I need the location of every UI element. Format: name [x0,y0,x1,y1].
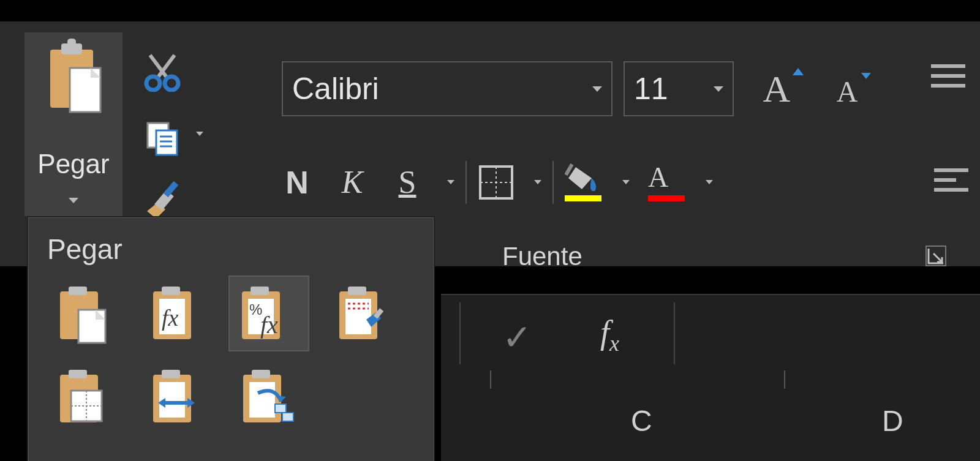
font-name-value: Calibri [292,71,592,107]
paintbrush-icon [141,178,184,220]
clipboard-fx-icon: fx [149,283,202,344]
letter-a-small-icon: A [837,75,858,108]
clipboard-paste-icon [44,39,105,121]
svg-rect-26 [78,310,105,343]
decrease-font-size-button[interactable]: A [820,69,875,113]
svg-point-7 [146,77,160,90]
svg-text:fx: fx [260,311,278,339]
cut-button[interactable] [132,46,193,95]
svg-rect-59 [275,404,286,413]
svg-rect-33 [251,287,269,295]
svg-rect-38 [348,287,366,295]
paste-option-keep-source-formatting[interactable] [323,277,401,350]
align-top-button[interactable] [931,64,965,94]
paste-option-transpose[interactable] [230,360,308,433]
clipboard-icon [56,283,109,344]
fill-color-button[interactable] [565,163,609,201]
paste-option-no-borders[interactable] [43,360,122,433]
font-color-dropdown-caret-icon[interactable] [706,180,713,184]
svg-rect-29 [162,287,180,295]
chevron-down-icon [714,86,723,92]
paste-menu-title: Pegar [29,218,433,272]
borders-icon [478,164,514,201]
paint-bucket-icon [565,163,603,194]
copy-dropdown-caret-icon[interactable] [196,132,203,136]
insert-function-button[interactable]: fx [600,313,619,356]
clipboard-width-icon [149,366,202,427]
increase-font-size-button[interactable]: A [746,64,807,113]
svg-rect-25 [69,287,87,295]
font-color-swatch [648,195,685,201]
triangle-up-icon [793,68,804,75]
copy-button[interactable] [132,113,193,162]
copy-icon [144,119,181,156]
clipboard-no-border-icon [56,366,109,427]
column-header-c[interactable]: C [631,404,652,438]
svg-rect-50 [162,370,180,378]
svg-marker-20 [568,167,592,189]
clipboard-percent-fx-icon: % fx [238,283,300,344]
underline-button[interactable]: S [380,158,435,207]
svg-text:fx: fx [162,305,179,331]
font-size-combobox[interactable]: 11 [624,61,734,116]
separator [552,161,554,204]
fill-color-dropdown-caret-icon[interactable] [622,180,630,184]
font-name-combobox[interactable]: Calibri [282,61,612,116]
font-color-button[interactable]: A [648,163,692,201]
scissors-icon [141,49,184,92]
borders-button[interactable] [478,164,521,201]
svg-rect-2 [67,39,76,46]
underline-dropdown-caret-icon[interactable] [447,180,454,184]
font-size-value: 11 [634,71,714,107]
italic-button[interactable]: K [325,158,380,207]
paste-label: Pegar [24,149,123,179]
svg-rect-10 [156,130,177,155]
svg-point-8 [165,77,178,90]
triangle-down-icon [861,73,871,79]
svg-rect-60 [282,413,293,421]
enter-check-icon[interactable]: ✓ [502,317,532,358]
paste-options-menu: Pegar fx % fx [28,217,434,461]
paste-option-formulas[interactable]: fx [137,277,215,350]
clipboard-transpose-icon [239,366,298,427]
fill-color-swatch [565,195,601,201]
dialog-launcher-icon [925,245,947,267]
paste-option-keep-column-widths[interactable] [137,360,215,433]
format-painter-button[interactable] [132,174,193,223]
chevron-down-icon [592,86,602,92]
column-header-d[interactable]: D [882,404,903,438]
clipboard-brush-icon [336,283,388,344]
paste-dropdown-caret-icon[interactable] [69,198,78,203]
separator [466,161,467,204]
svg-rect-57 [249,382,275,418]
font-group-label: Fuente [502,242,582,271]
column-headers: C D [441,370,980,461]
svg-rect-45 [69,370,87,378]
paste-option-all[interactable] [43,277,122,350]
align-left-button[interactable] [934,168,968,198]
letter-a-large-icon: A [763,67,791,111]
letter-a-icon: A [648,163,692,192]
borders-dropdown-caret-icon[interactable] [534,180,541,184]
paste-split-button[interactable]: Pegar [24,32,123,216]
svg-rect-56 [252,370,270,378]
svg-line-22 [933,253,942,262]
font-format-row: N K S A [270,153,713,211]
font-dialog-launcher[interactable] [925,245,949,269]
bold-button[interactable]: N [270,158,325,207]
paste-option-formulas-number-format[interactable]: % fx [230,277,308,350]
formula-bar: ✓ fx [441,294,980,373]
